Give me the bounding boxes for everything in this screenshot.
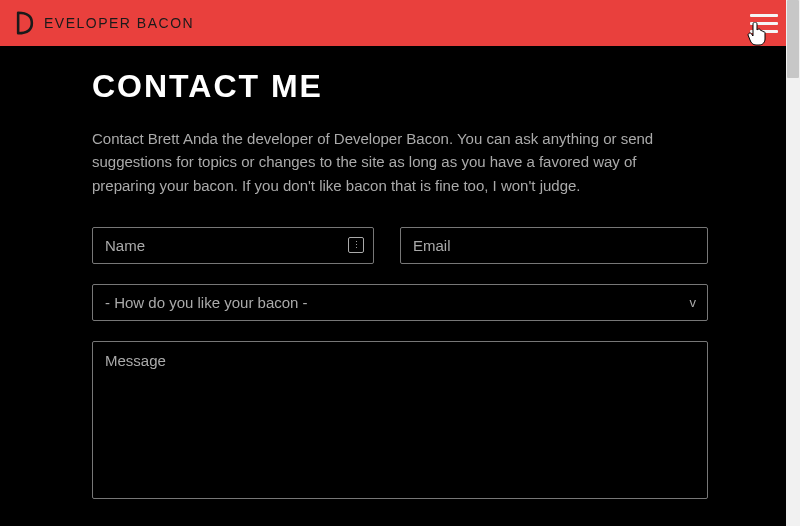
hamburger-line-icon <box>750 22 778 25</box>
name-input[interactable] <box>92 227 374 264</box>
scrollbar-track[interactable] <box>786 0 800 526</box>
autofill-icon[interactable]: ⋮ <box>348 237 364 253</box>
brand-text: EVELOPER BACON <box>44 15 194 31</box>
brand-logo-icon <box>14 11 36 35</box>
page-title: CONTACT ME <box>92 68 708 105</box>
main-content: CONTACT ME Contact Brett Anda the develo… <box>0 46 800 526</box>
name-email-row: ⋮ <box>92 227 708 264</box>
scrollbar-thumb[interactable] <box>787 0 799 78</box>
app-header: EVELOPER BACON <box>0 0 800 46</box>
bacon-select[interactable]: - How do you like your bacon - <box>92 284 708 321</box>
name-field-wrap: ⋮ <box>92 227 374 264</box>
message-input[interactable] <box>92 341 708 499</box>
bacon-select-wrap: - How do you like your bacon - v <box>92 284 708 321</box>
email-input[interactable] <box>400 227 708 264</box>
hamburger-line-icon <box>750 30 778 33</box>
menu-button[interactable] <box>746 10 782 37</box>
brand[interactable]: EVELOPER BACON <box>14 11 194 35</box>
hamburger-line-icon <box>750 14 778 17</box>
intro-text: Contact Brett Anda the developer of Deve… <box>92 127 702 197</box>
